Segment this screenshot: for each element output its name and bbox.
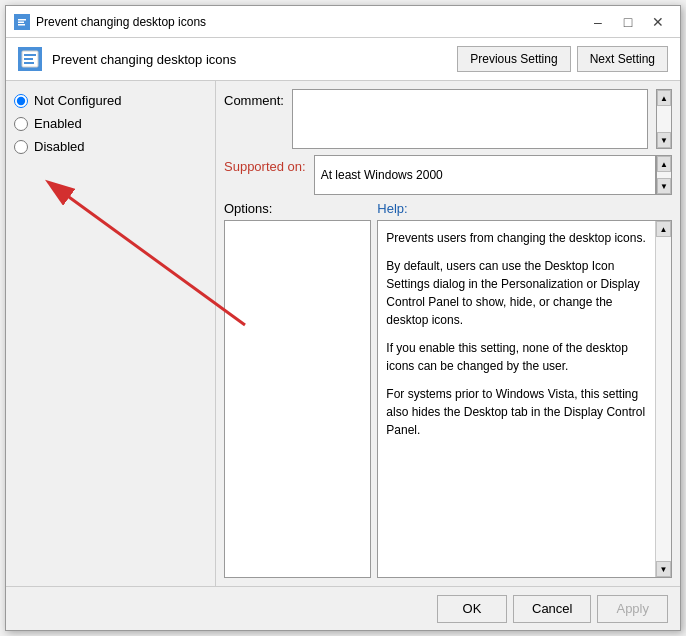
apply-button[interactable]: Apply — [597, 595, 668, 623]
header-buttons: Previous Setting Next Setting — [457, 46, 668, 72]
help-label: Help: — [377, 201, 672, 216]
help-scrollbar[interactable]: ▲ ▼ — [655, 221, 671, 577]
radio-disabled[interactable]: Disabled — [14, 137, 207, 156]
right-panel: Comment: ▲ ▼ Supported on: At least Wind… — [216, 81, 680, 586]
scroll-up-arrow[interactable]: ▲ — [657, 90, 671, 106]
supported-scrollbar[interactable]: ▲ ▼ — [656, 155, 672, 195]
comment-section: Comment: ▲ ▼ — [224, 89, 672, 149]
previous-setting-button[interactable]: Previous Setting — [457, 46, 570, 72]
help-box: Prevents users from changing the desktop… — [377, 220, 672, 578]
not-configured-label[interactable]: Not Configured — [34, 93, 121, 108]
maximize-button[interactable]: □ — [614, 12, 642, 32]
scroll-track — [657, 106, 671, 132]
supported-label: Supported on: — [224, 155, 306, 174]
title-bar-controls: – □ ✕ — [584, 12, 672, 32]
help-para-3: If you enable this setting, none of the … — [386, 339, 647, 375]
supported-scroll-up[interactable]: ▲ — [657, 156, 671, 172]
supported-box-wrap: At least Windows 2000 ▲ ▼ — [314, 155, 672, 195]
supported-scroll-down[interactable]: ▼ — [657, 178, 671, 194]
options-section: Options: — [224, 201, 371, 578]
minimize-button[interactable]: – — [584, 12, 612, 32]
header-title: Prevent changing desktop icons — [52, 52, 457, 67]
close-button[interactable]: ✕ — [644, 12, 672, 32]
comment-input[interactable] — [292, 89, 648, 149]
svg-rect-2 — [18, 21, 24, 23]
svg-rect-5 — [24, 54, 36, 56]
enabled-label[interactable]: Enabled — [34, 116, 82, 131]
next-setting-button[interactable]: Next Setting — [577, 46, 668, 72]
left-panel: Not Configured Enabled Disabled — [6, 81, 216, 586]
options-box — [224, 220, 371, 578]
help-para-1: Prevents users from changing the desktop… — [386, 229, 647, 247]
header-bar: Prevent changing desktop icons Previous … — [6, 38, 680, 81]
window-icon — [14, 14, 30, 30]
main-window: Prevent changing desktop icons – □ ✕ Pre… — [5, 5, 681, 631]
ok-button[interactable]: OK — [437, 595, 507, 623]
window-title: Prevent changing desktop icons — [36, 15, 584, 29]
svg-rect-1 — [18, 19, 26, 21]
footer: OK Cancel Apply — [6, 586, 680, 630]
comment-scrollbar[interactable]: ▲ ▼ — [656, 89, 672, 149]
radio-enabled[interactable]: Enabled — [14, 114, 207, 133]
options-label: Options: — [224, 201, 371, 216]
svg-rect-3 — [18, 24, 25, 26]
content-area: Not Configured Enabled Disabled Comment:… — [6, 81, 680, 586]
svg-rect-7 — [24, 62, 34, 64]
radio-not-configured[interactable]: Not Configured — [14, 91, 207, 110]
help-text-content: Prevents users from changing the desktop… — [378, 221, 655, 577]
supported-section: Supported on: At least Windows 2000 ▲ ▼ — [224, 155, 672, 195]
disabled-label[interactable]: Disabled — [34, 139, 85, 154]
comment-label: Comment: — [224, 89, 284, 108]
scroll-down-arrow[interactable]: ▼ — [657, 132, 671, 148]
help-section: Help: Prevents users from changing the d… — [377, 201, 672, 578]
help-scroll-up[interactable]: ▲ — [656, 221, 671, 237]
supported-value: At least Windows 2000 — [314, 155, 656, 195]
header-icon — [18, 47, 42, 71]
help-scroll-down[interactable]: ▼ — [656, 561, 671, 577]
svg-rect-6 — [24, 58, 33, 60]
bottom-panels: Options: Help: Prevents users from chang… — [224, 201, 672, 578]
help-para-4: For systems prior to Windows Vista, this… — [386, 385, 647, 439]
help-scroll-track — [656, 237, 671, 561]
title-bar: Prevent changing desktop icons – □ ✕ — [6, 6, 680, 38]
help-para-2: By default, users can use the Desktop Ic… — [386, 257, 647, 329]
cancel-button[interactable]: Cancel — [513, 595, 591, 623]
